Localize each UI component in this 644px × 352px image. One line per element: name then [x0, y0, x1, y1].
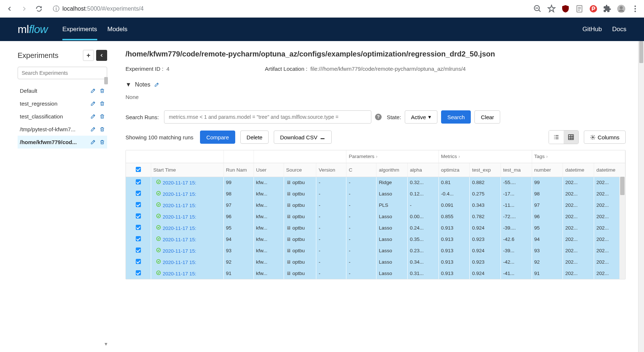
cell-start-time[interactable]: 2020-11-17 15:	[151, 188, 223, 199]
delete-button[interactable]: Delete	[240, 131, 269, 144]
col-datetime2[interactable]: datetime	[594, 163, 625, 177]
state-dropdown[interactable]: Active ▾	[405, 110, 437, 124]
cell-start-time[interactable]: 2020-11-17 15:	[151, 256, 223, 268]
cell-start-time[interactable]: 2020-11-17 15:	[151, 222, 223, 234]
cell-version: -	[316, 199, 346, 211]
row-checkbox[interactable]	[126, 188, 151, 199]
row-checkbox[interactable]	[126, 177, 151, 188]
tab-models[interactable]: Models	[108, 19, 128, 40]
add-experiment-button[interactable]: +	[83, 50, 94, 61]
experiment-item[interactable]: test_regression	[18, 97, 107, 110]
col-number[interactable]: number	[532, 163, 563, 177]
stop-icon[interactable]	[589, 4, 598, 13]
cell-start-time[interactable]: 2020-11-17 15:	[151, 199, 223, 211]
row-checkbox[interactable]	[126, 222, 151, 234]
trash-icon[interactable]	[99, 88, 105, 94]
collapse-sidebar-button[interactable]	[96, 50, 107, 61]
cell-start-time[interactable]: 2020-11-17 15:	[151, 245, 223, 256]
edit-icon[interactable]	[90, 88, 96, 94]
page-scrollbar[interactable]	[638, 41, 644, 352]
table-scrollbar[interactable]	[619, 177, 625, 279]
row-checkbox[interactable]	[126, 234, 151, 245]
col-version[interactable]: Version	[316, 163, 346, 177]
experiment-item[interactable]: /tmp/pytest-of-kfwm7...	[18, 123, 107, 136]
column-group-metrics[interactable]: Metrics›	[439, 150, 532, 163]
table-row[interactable]: 2020-11-17 15: 91 kfw... 🖥optbu - - Lass…	[126, 268, 625, 279]
list-view-button[interactable]	[549, 131, 564, 144]
edit-icon[interactable]	[154, 82, 159, 87]
table-row[interactable]: 2020-11-17 15: 96 kfw... 🖥optbu - - Lass…	[126, 211, 625, 222]
reload-button[interactable]	[34, 4, 44, 14]
profile-icon[interactable]	[617, 4, 626, 13]
col-run[interactable]: Run Nam	[223, 163, 254, 177]
download-csv-button[interactable]: Download CSV	[274, 131, 332, 144]
table-row[interactable]: 2020-11-17 15: 98 kfw... 🖥optbu - - Lass…	[126, 188, 625, 199]
col-start[interactable]: Start Time	[151, 163, 223, 177]
trash-icon[interactable]	[99, 126, 105, 132]
edit-icon[interactable]	[90, 139, 96, 145]
help-icon[interactable]: ?	[375, 114, 382, 120]
search-experiments-input[interactable]	[18, 67, 107, 79]
sidebar-scrollbar[interactable]	[104, 77, 108, 84]
table-row[interactable]: 2020-11-17 15: 99 kfw... 🖥optbu - - Ridg…	[126, 177, 625, 188]
col-algorithm[interactable]: algorithm	[376, 163, 408, 177]
col-test-max[interactable]: test_ma	[501, 163, 532, 177]
forward-button[interactable]	[19, 4, 29, 14]
col-alpha[interactable]: alpha	[408, 163, 439, 177]
col-datetime1[interactable]: datetime	[563, 163, 594, 177]
cell-start-time[interactable]: 2020-11-17 15:	[151, 177, 223, 188]
row-checkbox[interactable]	[126, 211, 151, 222]
cell-start-time[interactable]: 2020-11-17 15:	[151, 234, 223, 245]
table-row[interactable]: 2020-11-17 15: 95 kfw... 🖥optbu - - Lass…	[126, 222, 625, 234]
experiment-item[interactable]: /home/kfwm779/cod...	[18, 136, 107, 148]
trash-icon[interactable]	[99, 101, 105, 106]
grid-view-button[interactable]	[564, 131, 578, 144]
cell-number: 96	[532, 211, 563, 222]
col-source[interactable]: Source	[284, 163, 316, 177]
col-user[interactable]: User	[254, 163, 284, 177]
col-c[interactable]: C	[346, 163, 376, 177]
col-optimiz[interactable]: optimiza	[439, 163, 470, 177]
cell-start-time[interactable]: 2020-11-17 15:	[151, 268, 223, 279]
column-group-tags[interactable]: Tags›	[532, 150, 625, 163]
site-info-icon[interactable]: ⓘ	[53, 4, 59, 13]
trash-icon[interactable]	[99, 139, 105, 145]
star-icon[interactable]	[547, 4, 556, 13]
notes-toggle[interactable]: ▼ Notes	[125, 81, 626, 88]
row-checkbox[interactable]	[126, 268, 151, 279]
table-row[interactable]: 2020-11-17 15: 97 kfw... 🖥optbu - - PLS …	[126, 199, 625, 211]
table-row[interactable]: 2020-11-17 15: 93 kfw... 🖥optbu - - Lass…	[126, 245, 625, 256]
table-row[interactable]: 2020-11-17 15: 94 kfw... 🖥optbu - - Lass…	[126, 234, 625, 245]
tab-experiments[interactable]: Experiments	[62, 19, 97, 40]
table-row[interactable]: 2020-11-17 15: 92 kfw... 🖥optbu - - Lass…	[126, 256, 625, 268]
row-checkbox[interactable]	[126, 245, 151, 256]
row-checkbox[interactable]	[126, 256, 151, 268]
clear-button[interactable]: Clear	[474, 110, 500, 124]
link-docs[interactable]: Docs	[612, 26, 626, 33]
edit-icon[interactable]	[90, 126, 96, 132]
zoom-icon[interactable]	[533, 4, 542, 13]
columns-button[interactable]: Columns	[584, 131, 626, 144]
search-runs-input[interactable]	[164, 110, 371, 124]
document-icon[interactable]	[575, 4, 584, 13]
sidebar-scroll-down[interactable]: ▾	[103, 341, 109, 346]
cell-start-time[interactable]: 2020-11-17 15:	[151, 211, 223, 222]
row-checkbox[interactable]	[126, 199, 151, 211]
cell-version: -	[316, 245, 346, 256]
column-group-params[interactable]: Parameters›	[346, 150, 439, 163]
experiment-item[interactable]: test_classification	[18, 110, 107, 123]
experiment-item[interactable]: Default	[18, 84, 107, 97]
edit-icon[interactable]	[90, 114, 96, 119]
compare-button[interactable]: Compare	[200, 131, 235, 144]
link-github[interactable]: GitHub	[582, 26, 602, 33]
trash-icon[interactable]	[99, 114, 105, 119]
col-test-exp[interactable]: test_exp	[470, 163, 501, 177]
search-button[interactable]: Search	[441, 110, 471, 124]
ublock-icon[interactable]	[561, 4, 570, 13]
back-button[interactable]	[4, 4, 15, 14]
extensions-icon[interactable]	[603, 4, 612, 13]
address-bar[interactable]: ⓘ localhost:5000/#/experiments/4	[48, 2, 529, 15]
menu-icon[interactable]	[631, 4, 640, 13]
select-all-checkbox[interactable]	[126, 163, 151, 177]
edit-icon[interactable]	[90, 101, 96, 106]
